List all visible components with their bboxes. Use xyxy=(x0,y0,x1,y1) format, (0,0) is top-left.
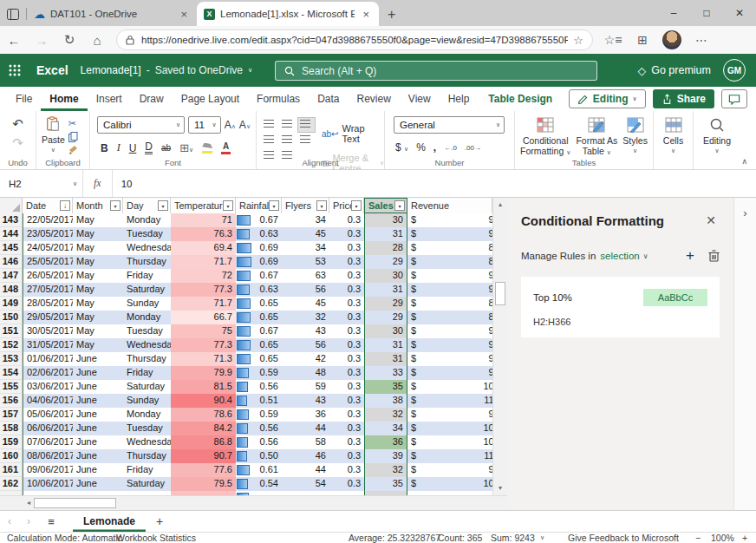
align-bottom-icon[interactable] xyxy=(298,118,315,132)
cell-flyers[interactable]: 36 xyxy=(282,408,329,422)
cell-temperature[interactable]: 66.7 xyxy=(171,311,236,324)
cell-price[interactable]: 0.3 xyxy=(329,269,364,283)
cell-rainfall[interactable]: 0.69 xyxy=(236,255,282,269)
cell-day[interactable]: Sunday xyxy=(123,394,171,408)
cell-day[interactable]: Friday xyxy=(123,366,171,380)
share-button[interactable]: Share xyxy=(653,89,714,108)
cell-date[interactable]: 04/06/2017 xyxy=(23,394,73,408)
favorites-bar-icon[interactable]: ☆≡ xyxy=(598,33,628,47)
cell-day[interactable]: Thursday xyxy=(123,255,171,269)
cell-flyers[interactable]: 44 xyxy=(282,422,329,435)
cell-flyers[interactable]: 45 xyxy=(282,227,329,241)
close-icon[interactable]: ✕ xyxy=(723,0,756,26)
cell-sales[interactable]: 35 xyxy=(364,477,407,491)
browser-tab-onedrive[interactable]: ☁ DAT101 - OneDrive × xyxy=(27,2,197,26)
cell-day[interactable]: Tuesday xyxy=(123,227,171,241)
cell-flyers[interactable]: 58 xyxy=(282,435,329,449)
cell-month[interactable]: May xyxy=(73,311,123,324)
ribbon-tab-draw[interactable]: Draw xyxy=(131,87,173,111)
ribbon-tab-help[interactable]: Help xyxy=(440,87,479,111)
align-top-icon[interactable] xyxy=(264,120,274,128)
italic-button[interactable]: I xyxy=(117,141,121,154)
cell-month[interactable]: May xyxy=(73,297,123,311)
double-underline-button[interactable]: D xyxy=(145,142,153,154)
cell-price[interactable]: 0.3 xyxy=(329,408,364,422)
cell-rainfall[interactable]: 0.65 xyxy=(236,352,282,366)
redo-icon[interactable]: ↷ xyxy=(12,135,23,150)
row-number[interactable]: 151 xyxy=(0,324,23,338)
font-color-icon[interactable]: A xyxy=(221,141,231,154)
all-sheets-menu-icon[interactable]: ≡ xyxy=(38,515,64,528)
cell-date[interactable]: 08/06/2017 xyxy=(23,449,73,463)
cell-temperature[interactable]: 90.7 xyxy=(171,449,236,463)
align-right-icon[interactable] xyxy=(300,135,310,143)
scroll-down-icon[interactable]: ▾ xyxy=(493,481,507,495)
cell-day[interactable]: Friday xyxy=(123,269,171,283)
cell-rainfall[interactable]: 0.67 xyxy=(236,324,282,338)
cell-price[interactable]: 0.3 xyxy=(329,422,364,435)
cell-rainfall[interactable]: 0.67 xyxy=(236,213,282,227)
cell-temperature[interactable]: 90.4 xyxy=(171,394,236,408)
decrease-decimal-icon[interactable]: .00→ xyxy=(465,144,481,152)
cell-temperature[interactable]: 72 xyxy=(171,269,236,283)
row-number[interactable]: 144 xyxy=(0,227,23,241)
ribbon-tab-formulas[interactable]: Formulas xyxy=(248,87,309,111)
cell-rainfall[interactable]: 0.61 xyxy=(236,463,282,477)
cell-flyers[interactable]: 53 xyxy=(282,255,329,269)
cell-flyers[interactable]: 56 xyxy=(282,283,329,297)
cell-revenue[interactable]: $8.70 xyxy=(407,297,492,311)
editing-button[interactable]: Editing ∨ xyxy=(694,117,740,156)
cell-day[interactable]: Friday xyxy=(123,463,171,477)
cell-date[interactable]: 02/06/2017 xyxy=(23,366,73,380)
row-number[interactable]: 152 xyxy=(0,338,23,352)
cell-sales[interactable]: 28 xyxy=(364,241,407,255)
borders-icon[interactable]: ⊞∨ xyxy=(179,141,193,154)
cell-sales[interactable]: 31 xyxy=(364,283,407,297)
cell-rainfall[interactable]: 0.56 xyxy=(236,422,282,435)
address-bar[interactable]: https://onedrive.live.com/edit.aspx?cid=… xyxy=(116,29,593,50)
cell-date[interactable]: 22/05/2017 xyxy=(23,213,73,227)
strikethrough-button[interactable]: ab xyxy=(161,143,171,153)
cell-revenue[interactable]: $9.00 xyxy=(407,213,492,227)
cell-flyers[interactable]: 59 xyxy=(282,380,329,394)
cell-temperature[interactable]: 71.7 xyxy=(171,297,236,311)
horizontal-scrollbar[interactable]: ◂ xyxy=(0,495,507,510)
cell-rainfall[interactable]: 0.59 xyxy=(236,366,282,380)
cell-flyers[interactable]: 44 xyxy=(282,463,329,477)
document-title[interactable]: Lemonade[1] - Saved to OneDrive ∨ xyxy=(81,64,253,76)
cell-sales[interactable]: 38 xyxy=(364,394,407,408)
filter-icon[interactable]: ▾ xyxy=(158,200,168,211)
cell-date[interactable]: 09/06/2017 xyxy=(23,463,73,477)
app-launcher-icon[interactable] xyxy=(0,64,29,76)
cell-rainfall[interactable]: 0.63 xyxy=(236,227,282,241)
comma-format-icon[interactable]: , xyxy=(433,141,436,154)
cell-revenue[interactable]: $8.70 xyxy=(407,255,492,269)
cell-sales[interactable]: 33 xyxy=(364,366,407,380)
browser-menu-icon[interactable]: ⋯ xyxy=(687,33,716,47)
cell-rainfall[interactable]: 0.54 xyxy=(236,477,282,491)
mode-switcher-button[interactable]: Editing ∨ xyxy=(569,89,646,108)
cell-price[interactable]: 0.3 xyxy=(329,366,364,380)
cell-day[interactable]: Saturday xyxy=(123,283,171,297)
cell-date[interactable]: 24/05/2017 xyxy=(23,241,73,255)
undo-icon[interactable]: ↶ xyxy=(12,116,23,131)
cell-revenue[interactable]: $8.70 xyxy=(407,311,492,324)
ribbon-tab-page-layout[interactable]: Page Layout xyxy=(173,87,248,111)
cell-price[interactable]: 0.3 xyxy=(329,311,364,324)
cell-day[interactable]: Monday xyxy=(123,213,171,227)
cell-date[interactable]: 23/05/2017 xyxy=(23,227,73,241)
cell-rainfall[interactable]: 0.67 xyxy=(236,269,282,283)
cell-sales[interactable]: 36 xyxy=(364,435,407,449)
column-header-day[interactable]: Day▾ xyxy=(123,198,171,213)
cell-month[interactable]: June xyxy=(73,435,123,449)
align-center-icon[interactable] xyxy=(282,135,292,143)
app-name[interactable]: Excel xyxy=(36,63,68,77)
cell-rainfall[interactable]: 0.65 xyxy=(236,297,282,311)
cell-month[interactable]: May xyxy=(73,213,123,227)
cell-price[interactable]: 0.3 xyxy=(329,297,364,311)
align-left-icon[interactable] xyxy=(264,135,274,143)
tab-close-icon[interactable]: × xyxy=(178,8,190,21)
account-avatar[interactable]: GM xyxy=(723,59,746,82)
cell-date[interactable]: 06/06/2017 xyxy=(23,422,73,435)
row-number[interactable]: 156 xyxy=(0,394,23,408)
